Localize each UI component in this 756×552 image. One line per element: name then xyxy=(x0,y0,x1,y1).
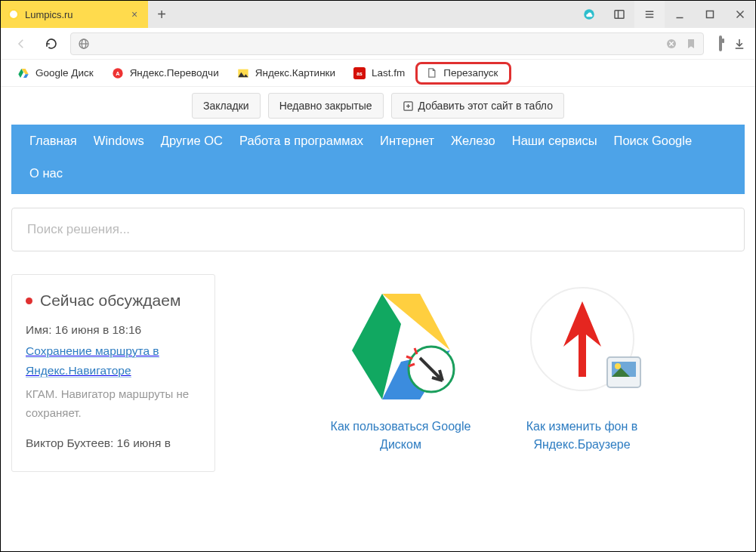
bookmark-label: Last.fm xyxy=(372,67,405,79)
svg-marker-17 xyxy=(23,74,29,78)
sidebar-heading: Сейчас обсуждаем xyxy=(26,291,201,310)
comment-body: КГАМ. Навигатор маршруты не сохраняет. xyxy=(26,384,201,423)
bookmark-yandex-images[interactable]: Яндекс.Картинки xyxy=(230,64,343,82)
tab-favicon xyxy=(8,9,19,20)
sidebar-toggle-icon[interactable] xyxy=(604,1,634,28)
nav-other-os[interactable]: Другие ОС xyxy=(161,134,223,148)
bookmark-label: Яндекс.Картинки xyxy=(255,67,335,79)
bookmark-label: Перезапуск xyxy=(443,67,498,79)
tab-title: Lumpics.ru xyxy=(25,9,125,20)
url-box[interactable] xyxy=(70,32,704,55)
discussion-sidebar: Сейчас обсуждаем Имя: 16 июня в 18:16 Со… xyxy=(11,274,215,472)
bookmark-yandex-translate[interactable]: A Яндекс.Переводчи xyxy=(104,64,227,82)
search-input[interactable] xyxy=(11,208,745,251)
globe-icon xyxy=(77,37,91,51)
scrollbar-track[interactable] xyxy=(742,144,754,547)
svg-rect-7 xyxy=(707,11,714,18)
nav-about[interactable]: О нас xyxy=(29,166,63,180)
card-thumbnail xyxy=(337,279,465,407)
bookmark-label: Google Диск xyxy=(35,67,94,79)
nav-home[interactable]: Главная xyxy=(29,134,77,148)
site-nav: Главная Windows Другие ОС Работа в прогр… xyxy=(11,125,745,194)
doc-icon xyxy=(425,67,437,79)
card-title: Как пользоваться Google Диском xyxy=(326,418,477,454)
menu-icon[interactable] xyxy=(634,1,665,28)
window-minimize-button[interactable] xyxy=(665,1,695,28)
yimages-icon xyxy=(237,67,249,79)
downloads-icon[interactable] xyxy=(733,37,746,51)
new-tab-button[interactable]: + xyxy=(148,1,175,28)
bookmark-restart[interactable]: Перезапуск xyxy=(415,62,511,85)
tab-close-icon[interactable]: × xyxy=(131,10,140,19)
cloud-icon[interactable] xyxy=(574,1,604,28)
window-close-button[interactable] xyxy=(725,1,755,28)
add-to-tableau-button[interactable]: Добавить этот сайт в табло xyxy=(391,93,564,119)
ytranslate-icon: A xyxy=(112,67,124,79)
comment-meta: Виктор Бухтеев: 16 июня в xyxy=(26,436,201,450)
back-button[interactable] xyxy=(10,32,32,55)
clear-url-icon[interactable] xyxy=(665,38,677,50)
address-bar-row xyxy=(1,28,755,60)
nav-hardware[interactable]: Железо xyxy=(451,134,495,148)
bookmarks-bar: Google Диск A Яндекс.Переводчи Яндекс.Ка… xyxy=(1,60,755,87)
nav-services[interactable]: Наши сервисы xyxy=(512,134,597,148)
bookmark-lastfm[interactable]: as Last.fm xyxy=(346,64,412,82)
site-search xyxy=(11,208,745,251)
battery-icon xyxy=(719,37,722,51)
article-card[interactable]: Как пользоваться Google Диском xyxy=(326,279,477,454)
live-dot-icon xyxy=(26,298,32,304)
comment-meta: Имя: 16 июня в 18:16 xyxy=(26,323,201,337)
reload-button[interactable] xyxy=(40,32,63,55)
svg-text:A: A xyxy=(116,69,120,76)
nav-internet[interactable]: Интернет xyxy=(380,134,434,148)
window-maximize-button[interactable] xyxy=(695,1,725,28)
nav-programs[interactable]: Работа в программах xyxy=(239,134,363,148)
secondary-toolbar: Закладки Недавно закрытые Добавить этот … xyxy=(1,87,755,125)
comment-link[interactable]: Сохранение маршрута в Яндекс.Навигаторе xyxy=(26,344,159,378)
bookmark-google-drive[interactable]: Google Диск xyxy=(10,64,101,82)
titlebar: Lumpics.ru × + xyxy=(1,1,755,28)
svg-rect-1 xyxy=(615,11,624,19)
card-title: Как изменить фон в Яндекс.Браузере xyxy=(507,418,658,454)
lastfm-icon: as xyxy=(353,67,366,79)
nav-windows[interactable]: Windows xyxy=(94,134,144,148)
nav-google-search[interactable]: Поиск Google xyxy=(614,134,693,148)
bookmark-label: Яндекс.Переводчи xyxy=(130,67,219,79)
page-content: Главная Windows Другие ОС Работа в прогр… xyxy=(1,125,755,472)
bookmarks-button[interactable]: Закладки xyxy=(192,93,261,119)
gdrive-icon xyxy=(17,67,29,79)
bookmark-icon[interactable] xyxy=(685,38,697,50)
article-card[interactable]: Как изменить фон в Яндекс.Браузере xyxy=(507,279,658,454)
browser-tab[interactable]: Lumpics.ru × xyxy=(1,1,148,28)
svg-point-35 xyxy=(615,363,621,369)
recently-closed-button[interactable]: Недавно закрытые xyxy=(268,93,384,119)
card-thumbnail xyxy=(518,279,646,407)
article-cards: Как пользоваться Google Диском Как измен… xyxy=(238,274,745,472)
svg-text:as: as xyxy=(356,70,363,76)
